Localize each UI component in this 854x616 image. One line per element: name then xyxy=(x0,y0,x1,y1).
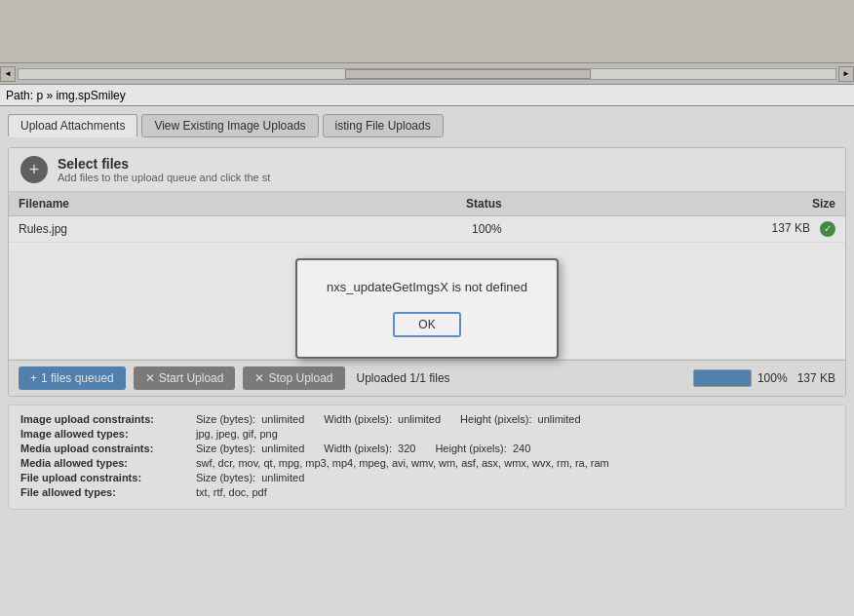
dialog-message: nxs_updateGetImgsX is not defined xyxy=(327,280,527,294)
dialog-ok-button[interactable]: OK xyxy=(393,312,460,337)
dialog-box: nxs_updateGetImgsX is not defined OK xyxy=(295,258,559,359)
dialog-overlay: nxs_updateGetImgsX is not defined OK xyxy=(0,0,854,616)
